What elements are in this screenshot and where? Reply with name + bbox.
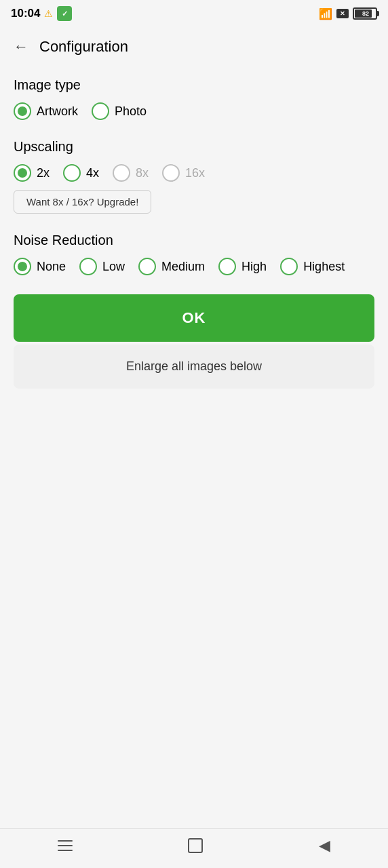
battery-indicator: 82 bbox=[353, 7, 377, 20]
upscaling-label: Upscaling bbox=[14, 139, 374, 155]
radio-highest-label: Highest bbox=[303, 260, 345, 274]
radio-high[interactable]: High bbox=[218, 258, 267, 275]
buttons-section: OK Enlarge all images below bbox=[14, 294, 374, 389]
menu-icon[interactable] bbox=[58, 840, 73, 851]
bottom-nav: ◀ bbox=[0, 828, 388, 868]
home-icon[interactable] bbox=[188, 838, 203, 853]
status-bar: 10:04 ⚠ ✓ 📶 ✕ 82 bbox=[0, 0, 388, 27]
radio-photo-outer bbox=[92, 102, 109, 120]
radio-low[interactable]: Low bbox=[79, 258, 125, 275]
radio-none-label: None bbox=[37, 260, 66, 274]
radio-4x-outer bbox=[63, 164, 81, 182]
radio-2x[interactable]: 2x bbox=[14, 164, 50, 182]
page-title: Configuration bbox=[39, 38, 128, 56]
radio-2x-inner bbox=[18, 168, 27, 178]
back-button[interactable]: ← bbox=[11, 35, 31, 58]
menu-line-1 bbox=[58, 840, 73, 842]
status-time: 10:04 bbox=[11, 7, 40, 20]
radio-artwork-outer bbox=[14, 102, 31, 120]
radio-none[interactable]: None bbox=[14, 258, 66, 275]
radio-high-label: High bbox=[241, 260, 267, 274]
header: ← Configuration bbox=[0, 27, 388, 66]
radio-artwork-label: Artwork bbox=[37, 104, 78, 119]
radio-16x[interactable]: 16x bbox=[162, 164, 205, 182]
menu-line-2 bbox=[58, 845, 73, 846]
radio-4x[interactable]: 4x bbox=[63, 164, 99, 182]
radio-16x-label: 16x bbox=[185, 166, 205, 180]
noise-reduction-section: Noise Reduction None Low Medium bbox=[14, 233, 374, 275]
noise-reduction-label: Noise Reduction bbox=[14, 233, 374, 248]
battery-box: 82 bbox=[353, 7, 377, 20]
image-type-label: Image type bbox=[14, 77, 374, 93]
radio-8x[interactable]: 8x bbox=[113, 164, 149, 182]
radio-medium-outer bbox=[138, 258, 156, 275]
radio-8x-label: 8x bbox=[136, 166, 149, 180]
main-content: Image type Artwork Photo Upscaling bbox=[0, 66, 388, 828]
app-icon: ✓ bbox=[57, 6, 72, 21]
radio-8x-outer bbox=[113, 164, 130, 182]
radio-16x-outer bbox=[162, 164, 180, 182]
radio-2x-outer bbox=[14, 164, 31, 182]
upscaling-section: Upscaling 2x 4x 8x 16x bbox=[14, 139, 374, 214]
radio-none-outer bbox=[14, 258, 31, 275]
menu-line-3 bbox=[58, 850, 73, 851]
radio-medium[interactable]: Medium bbox=[138, 258, 205, 275]
back-nav-icon[interactable]: ◀ bbox=[319, 837, 330, 854]
status-right: 📶 ✕ 82 bbox=[319, 7, 377, 20]
enlarge-button[interactable]: Enlarge all images below bbox=[14, 344, 374, 389]
radio-photo[interactable]: Photo bbox=[92, 102, 147, 120]
image-type-radio-group: Artwork Photo bbox=[14, 102, 374, 120]
radio-highest-outer bbox=[280, 258, 298, 275]
radio-low-outer bbox=[79, 258, 97, 275]
upgrade-button[interactable]: Want 8x / 16x? Upgrade! bbox=[14, 190, 151, 214]
battery-level: 82 bbox=[355, 10, 376, 17]
radio-4x-label: 4x bbox=[86, 166, 99, 180]
radio-low-label: Low bbox=[102, 260, 125, 274]
upscaling-radio-group: 2x 4x 8x 16x bbox=[14, 164, 374, 182]
radio-high-outer bbox=[218, 258, 236, 275]
radio-medium-label: Medium bbox=[161, 260, 205, 274]
radio-artwork[interactable]: Artwork bbox=[14, 102, 78, 120]
status-left: 10:04 ⚠ ✓ bbox=[11, 6, 72, 21]
radio-2x-label: 2x bbox=[37, 166, 50, 180]
ok-button[interactable]: OK bbox=[14, 294, 374, 342]
alert-icon: ⚠ bbox=[44, 8, 53, 19]
radio-artwork-inner bbox=[18, 106, 27, 116]
noise-reduction-radio-group: None Low Medium High Highest bbox=[14, 258, 374, 275]
wifi-icon: 📶 bbox=[319, 7, 332, 20]
signal-x-icon: ✕ bbox=[336, 9, 349, 18]
radio-none-inner bbox=[18, 262, 27, 271]
image-type-section: Image type Artwork Photo bbox=[14, 77, 374, 120]
radio-photo-label: Photo bbox=[115, 104, 147, 119]
radio-highest[interactable]: Highest bbox=[280, 258, 345, 275]
